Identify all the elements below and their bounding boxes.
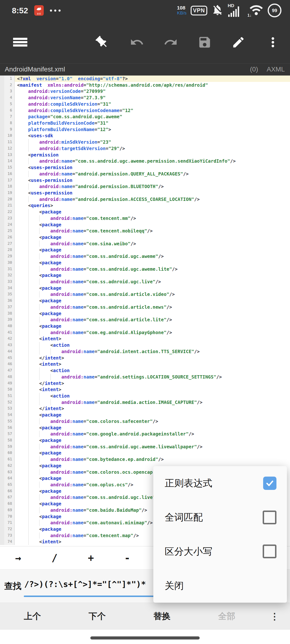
code-line[interactable]: 38 <package [0,310,290,317]
code-line[interactable]: 3 android:versionCode="270999" [0,88,290,94]
code-line[interactable]: 60 <package [0,450,290,456]
code-text: <manifest xmlns:android="http://schemas.… [15,82,290,88]
code-line[interactable]: 40 <package [0,323,290,329]
code-line[interactable]: 53 </intent> [0,405,290,412]
option-whole-word[interactable]: 全词匹配 [153,500,287,534]
code-line[interactable]: 17 <uses-permission [0,177,290,184]
code-line[interactable]: 8 platformBuildVersionCode="31" [0,120,290,126]
next-match-button[interactable]: 下个 [65,610,130,622]
redo-icon [164,35,178,50]
code-line[interactable]: 6 android:compileSdkVersionCodename="12" [0,107,290,114]
code-line[interactable]: 16 android:name="android.permission.QUER… [0,171,290,177]
code-line[interactable]: 26 <package [0,234,290,240]
code-line[interactable]: 42 <intent> [0,336,290,342]
code-line[interactable]: 13 <permission [0,152,290,158]
code-line[interactable]: 57 android:name="com.google.android.pack… [0,431,290,437]
checkbox-checked-icon[interactable] [263,476,276,490]
line-number: 47 [0,367,15,374]
code-line[interactable]: 43 <action [0,342,290,348]
code-line[interactable]: 27 android:name="com.sina.weibo"/> [0,240,290,247]
code-line[interactable]: 50 <intent> [0,386,290,393]
symbol-arrow-button[interactable]: → [0,552,36,564]
symbol-minus-button[interactable]: - [109,552,145,564]
checkbox-unchecked-icon[interactable] [263,544,276,558]
code-line[interactable]: 23 android:name="com.tencent.mm"/> [0,215,290,222]
code-line[interactable]: 33 android:name="com.ss.adnroid.ugc.live… [0,278,290,285]
editor-toolbar [0,21,290,64]
code-line[interactable]: 52 android:name="android.media.action.IM… [0,399,290,406]
line-number: 15 [0,164,15,171]
code-line[interactable]: 41 android:name="com.eg.android.AlipayGp… [0,329,290,336]
code-line[interactable]: 29 android:name="com.ss.android.ugc.awem… [0,253,290,260]
line-number: 64 [0,475,15,482]
replace-button[interactable]: 替换 [130,610,194,622]
code-line[interactable]: 49 </intent> [0,380,290,386]
code-line[interactable]: 30 <package [0,260,290,266]
option-close[interactable]: 关闭 [153,568,287,603]
code-line[interactable]: 2<manifest xmlns:android="http://schemas… [0,82,290,88]
code-line[interactable]: 54 <package [0,412,290,418]
find-options-button[interactable]: ⋮ [259,611,290,622]
code-line[interactable]: 24 <package [0,222,290,228]
find-input[interactable]: /?>)(?:\s+[^>]*="[^"]*")* [24,580,146,589]
option-case-sensitive[interactable]: 区分大小写 [153,534,287,569]
code-line[interactable]: 20 android:name="android.permission.ACCE… [0,196,290,202]
pin-button[interactable] [89,21,115,64]
overflow-menu-button[interactable] [260,21,286,64]
code-line[interactable]: 45 </intent> [0,355,290,361]
code-line[interactable]: 12 android:targetSdkVersion="29"/> [0,145,290,152]
symbol-plus-button[interactable]: + [73,552,109,564]
code-line[interactable]: 46 <intent> [0,361,290,367]
code-line[interactable]: 21 <queries> [0,202,290,209]
line-number: 52 [0,399,15,406]
code-line[interactable]: 39 android:name="com.ss.android.article.… [0,316,290,323]
redo-button[interactable] [158,21,184,64]
home-indicator[interactable] [90,636,200,640]
code-line[interactable]: 35 android:name="com.ss.android.article.… [0,291,290,298]
code-line[interactable]: 11 android:minSdkVersion="23" [0,139,290,145]
line-number: 8 [0,120,15,126]
code-line[interactable]: 36 <package [0,298,290,304]
previous-match-button[interactable]: 上个 [0,610,65,622]
code-line[interactable]: 55 android:name="com.coloros.safecenter"… [0,418,290,424]
code-line[interactable]: 19 <uses-permission [0,190,290,196]
code-line[interactable]: 28 <package [0,247,290,253]
code-line[interactable]: 9 platformBuildVersionName="12"> [0,126,290,133]
code-line[interactable]: 34 <package [0,285,290,291]
code-line[interactable]: 1<?xml version="1.0" encoding="utf-8"?> [0,76,290,82]
code-line[interactable]: 37 android:name="com.ss.android.article.… [0,304,290,310]
code-line[interactable]: 15 <uses-permission [0,164,290,171]
open-file-name[interactable]: AndroidManifest.xml [5,66,65,73]
undo-button[interactable] [124,21,150,64]
checkbox-unchecked-icon[interactable] [263,510,276,524]
edit-mode-button[interactable] [225,21,251,64]
menu-hamburger-button[interactable] [7,21,33,64]
code-line[interactable]: 58 <package [0,437,290,444]
code-line[interactable]: 48 android:name="android.settings.LOCATI… [0,374,290,380]
code-line[interactable]: 31 android:name="com.ss.android.ugc.awem… [0,266,290,272]
code-line[interactable]: 4 android:versionName="27.3.9" [0,94,290,101]
symbol-slash-button[interactable]: / [36,552,73,564]
code-line[interactable]: 14 android:name="com.ss.android.ugc.awem… [0,158,290,164]
code-line[interactable]: 61 android:name="com.bytedance.ep.androi… [0,456,290,462]
line-number: 3 [0,88,15,94]
code-line[interactable]: 32 <package [0,272,290,278]
save-button[interactable] [192,21,218,64]
code-line[interactable]: 18 android:name="android.permission.BLUE… [0,183,290,190]
file-format-label[interactable]: AXML [267,66,285,73]
code-line[interactable]: 44 android:name="android.intent.action.T… [0,348,290,355]
code-line[interactable]: 22 <package [0,209,290,215]
code-line[interactable]: 10 <uses-sdk [0,132,290,139]
code-line[interactable]: 59 android:name="com.ss.android.ugc.awem… [0,444,290,450]
code-line[interactable]: 7 package="com.ss.android.ugc.aweme" [0,114,290,120]
option-regex[interactable]: 正则表达式 [153,466,287,500]
code-line[interactable]: 56 <package [0,424,290,431]
line-number: 4 [0,94,15,101]
code-line[interactable]: 25 android:name="com.tencent.mobileqq"/> [0,228,290,234]
code-text: <package [15,272,290,278]
code-line[interactable]: 47 <action [0,367,290,374]
code-line[interactable]: 51 <action [0,393,290,399]
line-number: 43 [0,342,15,348]
code-line[interactable]: 5 android:compileSdkVersion="31" [0,101,290,107]
code-text: </intent> [15,380,290,386]
